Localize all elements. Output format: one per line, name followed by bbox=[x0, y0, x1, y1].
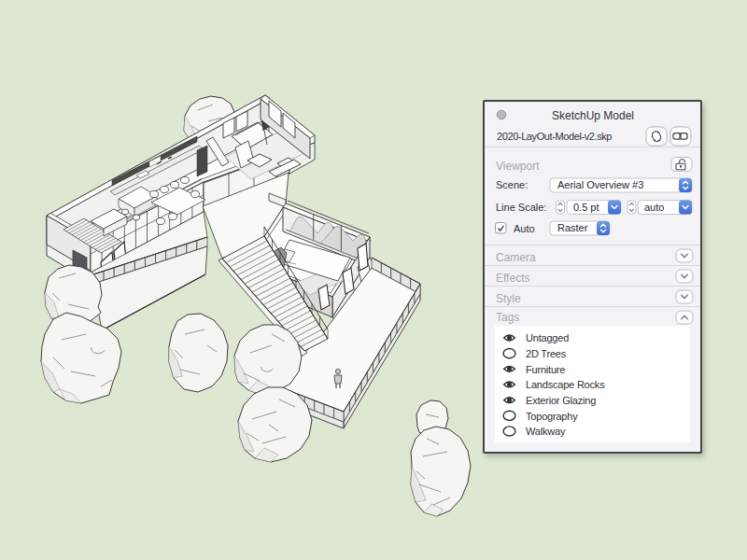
svg-text:Camera: Camera bbox=[496, 251, 536, 264]
svg-text:Raster: Raster bbox=[557, 222, 588, 233]
svg-text:Landscape Rocks: Landscape Rocks bbox=[526, 379, 605, 390]
svg-text:Line Scale:: Line Scale: bbox=[496, 202, 546, 213]
svg-text:Walkway: Walkway bbox=[526, 426, 566, 437]
svg-text:auto: auto bbox=[644, 202, 664, 213]
svg-text:Scene:: Scene: bbox=[496, 179, 528, 190]
svg-text:Furniture: Furniture bbox=[526, 364, 565, 375]
svg-text:Style: Style bbox=[496, 292, 521, 305]
svg-text:Effects: Effects bbox=[496, 272, 529, 285]
svg-text:Exterior Glazing: Exterior Glazing bbox=[526, 395, 596, 406]
svg-text:Auto: Auto bbox=[514, 223, 535, 234]
svg-text:2020-LayOut-Model-v2.skp: 2020-LayOut-Model-v2.skp bbox=[497, 131, 612, 142]
svg-text:SketchUp Model: SketchUp Model bbox=[552, 109, 634, 122]
svg-text:2D Trees: 2D Trees bbox=[526, 348, 567, 359]
svg-text:Aerial Overview #3: Aerial Overview #3 bbox=[557, 179, 643, 190]
svg-text:0.5 pt: 0.5 pt bbox=[573, 202, 599, 213]
svg-text:Viewport: Viewport bbox=[496, 160, 540, 173]
svg-text:Untagged: Untagged bbox=[526, 332, 569, 343]
svg-text:Topography: Topography bbox=[526, 411, 578, 422]
svg-text:Tags: Tags bbox=[496, 311, 519, 324]
